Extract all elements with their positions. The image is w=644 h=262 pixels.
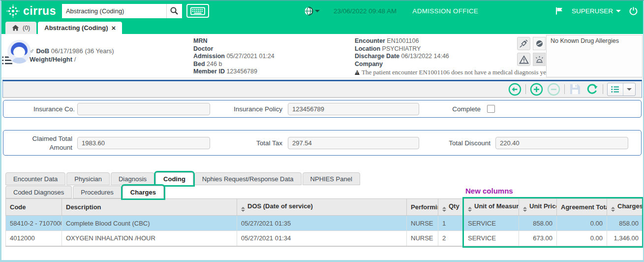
search-icon xyxy=(170,6,179,15)
home-tab[interactable]: (0) xyxy=(5,22,36,34)
cell-charges: 1,346.00 xyxy=(607,231,643,246)
tab-nphies-request-response[interactable]: Nphies Request/Response Data xyxy=(194,172,302,185)
coding-sub-tab-bar: Coded Diagnoses Procedures Charges xyxy=(1,185,643,198)
patient-avatar xyxy=(7,40,31,64)
allergy-status-text: No Known Drug Allergies xyxy=(551,37,619,44)
tab-procedures[interactable]: Procedures xyxy=(73,186,121,198)
patient-dob-row: ♂ DoB 06/17/1986 (36 Years) xyxy=(30,47,114,55)
alerts-button[interactable] xyxy=(517,53,530,66)
remove-button xyxy=(547,83,560,96)
sort-icon xyxy=(442,207,446,212)
tab-encounter-data[interactable]: Encounter Data xyxy=(5,172,65,185)
insurance-co-input[interactable] xyxy=(77,103,210,115)
discharge-date-value: 06/13/2022 14:46 xyxy=(401,53,449,60)
tab-diagnosis[interactable]: Diagnosis xyxy=(111,172,154,185)
total-discount-input[interactable] xyxy=(495,137,628,149)
complete-checkbox[interactable] xyxy=(487,105,495,113)
header-center: 23/06/2022 09:48 AM ADMISSION OFFICE xyxy=(304,1,478,21)
save-floppy-icon xyxy=(569,83,582,96)
header-right: SUPERUSER xyxy=(555,1,638,21)
col-unit-price[interactable]: Unit Price xyxy=(519,199,557,216)
window-tab-strip: (0) Abstracting (Coding) × xyxy=(1,21,643,34)
view-options-split-button xyxy=(607,83,636,96)
admission-label: Admission xyxy=(193,53,225,60)
tab-coding[interactable]: Coding xyxy=(155,172,193,185)
back-button[interactable] xyxy=(508,83,521,96)
col-qty[interactable]: Qty xyxy=(438,199,464,216)
company-label: Company xyxy=(355,61,383,67)
view-dropdown-button[interactable] xyxy=(623,83,635,96)
cell-dos: 05/27/2021 01:35 xyxy=(237,216,407,231)
user-menu[interactable]: SUPERUSER xyxy=(572,7,621,15)
app-header: cirrus xyxy=(1,1,643,21)
refresh-icon xyxy=(585,83,599,96)
user-caret-icon xyxy=(616,10,621,12)
sort-icon xyxy=(241,207,245,212)
col-unit-of-measure[interactable]: Unit of Measure xyxy=(464,199,519,216)
cell-charges: 858.00 xyxy=(607,216,643,231)
back-circle-icon xyxy=(508,83,521,96)
remove-circle-icon xyxy=(547,83,560,96)
mrn-label: MRN xyxy=(193,37,207,44)
cell-description: OXYGEN INHALATION /HOUR xyxy=(62,231,237,246)
list-view-button[interactable] xyxy=(608,83,623,96)
insurance-policy-label: Insurance Policy xyxy=(227,105,282,113)
user-name: SUPERUSER xyxy=(572,7,613,15)
toolbar-divider xyxy=(564,84,565,94)
search-button[interactable] xyxy=(166,4,182,18)
total-tax-input[interactable] xyxy=(288,137,419,149)
charges-table-header-row: Code Description DOS (Date of service) P… xyxy=(6,199,643,216)
col-performing: Performing xyxy=(407,199,438,216)
warning-triangle-icon xyxy=(355,70,360,75)
tab-nphies-panel[interactable]: NPHIES Panel xyxy=(303,172,360,185)
table-row-cbc[interactable]: 58410-2 - 7107000 Complete Blood Count (… xyxy=(6,216,643,231)
location-value: PSYCHIATRY xyxy=(382,45,421,52)
app-window: cirrus xyxy=(0,0,644,262)
abstracting-coding-tab[interactable]: Abstracting (Coding) × xyxy=(38,22,122,34)
encounter-label: Encounter xyxy=(355,37,385,44)
flag-icon[interactable] xyxy=(555,6,564,15)
col-agreement-total: Agreement Total xyxy=(557,199,607,216)
dob-label: DoB xyxy=(36,47,49,55)
total-discount-label: Total Discount xyxy=(448,139,491,147)
table-row-oxygen[interactable]: 4012000 OXYGEN INHALATION /HOUR 05/27/20… xyxy=(6,231,643,246)
col-dos[interactable]: DOS (Date of service) xyxy=(237,199,407,216)
insurance-policy-input[interactable] xyxy=(288,103,419,115)
cell-dos: 05/27/2021 01:34 xyxy=(237,231,407,246)
language-globe-button[interactable] xyxy=(304,6,320,16)
claimed-total-label-line2: Amount xyxy=(13,144,72,151)
close-tab-icon[interactable]: × xyxy=(112,24,116,32)
add-button[interactable] xyxy=(530,83,543,96)
patient-demographics: ♂ DoB 06/17/1986 (36 Years) Weight/Heigh… xyxy=(30,47,114,64)
vaccination-button[interactable] xyxy=(517,37,530,50)
encounter-value: EN1001106 xyxy=(387,37,419,44)
refresh-button[interactable] xyxy=(585,83,599,96)
tab-coded-diagnoses[interactable]: Coded Diagnoses xyxy=(5,186,72,198)
cell-performing: NURSE xyxy=(407,216,438,231)
weight-height-label: Weight/Height xyxy=(30,56,72,63)
bed-label: Bed xyxy=(193,61,205,67)
power-icon[interactable] xyxy=(629,6,638,16)
sort-icon xyxy=(611,207,615,212)
virtual-keyboard-button[interactable] xyxy=(186,4,209,18)
patient-visit-info: MRN Doctor Admission 05/27/2021 01:24 Be… xyxy=(193,37,275,76)
cirrus-dots-icon xyxy=(6,4,20,18)
claimed-total-label-line1: Claimed Total xyxy=(13,135,72,142)
toolbar-divider xyxy=(525,84,526,94)
claimed-total-input[interactable] xyxy=(77,137,210,149)
col-charges[interactable]: Charges xyxy=(607,199,643,216)
allergy-tab[interactable] xyxy=(533,37,546,50)
alert-triangle-icon xyxy=(519,55,529,64)
keyboard-icon xyxy=(190,7,205,15)
tab-physician[interactable]: Physician xyxy=(66,172,110,185)
module-search-input[interactable] xyxy=(62,4,166,18)
cell-performing: NURSE xyxy=(407,231,438,246)
charges-table: Code Description DOS (Date of service) P… xyxy=(5,198,643,247)
sort-icon xyxy=(523,207,527,212)
save-button xyxy=(569,83,582,96)
tab-charges[interactable]: Charges xyxy=(123,186,164,198)
alarm-tab[interactable] xyxy=(533,53,546,66)
home-icon xyxy=(12,25,19,31)
record-toolbar xyxy=(2,80,642,98)
globe-caret-icon xyxy=(315,10,320,12)
